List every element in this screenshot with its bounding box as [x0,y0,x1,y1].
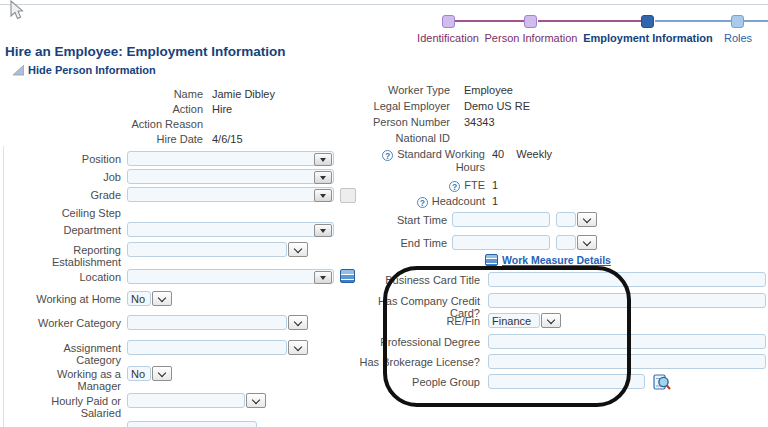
business-card-title-input[interactable] [488,272,766,287]
dropdown-arrow-button[interactable] [314,153,332,166]
job-combobox[interactable] [127,169,334,184]
disclosure-triangle-icon [13,65,24,76]
dropdown-arrow-button[interactable] [314,189,332,202]
work-measure-details-link[interactable]: Work Measure Details [502,253,611,266]
start-time-input[interactable] [452,212,550,227]
working-at-home-select[interactable]: No [127,291,172,306]
assignment-category-select[interactable] [127,340,308,355]
train-connector [538,20,641,22]
re-fin-label: RE/Fin [345,313,480,327]
location-label: Location [21,269,121,283]
toggle-label: Hide Person Information [28,64,156,76]
select-chevron-button[interactable] [288,315,308,330]
select-value[interactable] [127,340,287,355]
help-icon[interactable]: ? [417,197,428,208]
person-number-label: Person Number [350,114,450,128]
hide-person-information-toggle[interactable]: Hide Person Information [13,64,156,76]
select-value[interactable]: No [127,291,151,306]
worker-type-label: Worker Type [350,82,450,96]
select-chevron-button[interactable] [288,340,308,355]
select-chevron-button[interactable] [541,313,561,328]
select-chevron-button[interactable] [152,291,172,306]
department-label: Department [21,222,121,236]
train-step-identification[interactable] [442,15,455,28]
select-chevron-button[interactable] [246,393,266,408]
grade-ladder-button-disabled [340,188,356,203]
train-connector [455,20,524,22]
train-connector [744,20,768,22]
help-icon[interactable]: ? [449,181,460,192]
reporting-establishment-select[interactable] [127,242,308,257]
select-value[interactable] [556,212,576,227]
re-fin-select[interactable]: Finance [488,313,561,328]
chevron-down-icon [294,317,302,325]
hire-employee-page: Identification Person Information Employ… [0,0,768,427]
chevron-down-icon [252,395,260,403]
standard-working-hours-value: 40 [492,146,504,160]
end-time-input[interactable] [452,235,550,250]
select-value[interactable] [127,393,245,408]
grade-combobox[interactable] [127,187,334,202]
working-as-manager-select[interactable]: No [127,366,172,381]
standard-working-hours-unit: Weekly [516,146,552,160]
job-label: Job [21,169,121,183]
people-group-search-icon[interactable] [653,374,672,392]
select-chevron-button[interactable] [577,212,597,227]
select-chevron-button[interactable] [152,366,172,381]
train-label-roles[interactable]: Roles [724,32,752,44]
top-divider [0,4,768,5]
end-time-meridiem-select[interactable] [556,235,597,250]
ceiling-step-label: Ceiling Step [21,205,121,219]
dropdown-arrow-button[interactable] [314,271,332,284]
professional-degree-input[interactable] [488,334,766,349]
end-time-label: End Time [352,235,447,249]
select-chevron-button[interactable] [577,235,597,250]
chevron-down-icon [158,368,166,376]
select-value[interactable] [127,315,287,330]
chevron-down-icon [547,315,555,323]
position-label: Position [21,151,121,165]
has-brokerage-license-input[interactable] [488,354,766,369]
grade-label: Grade [21,187,121,201]
location-combobox[interactable] [127,269,334,284]
select-value[interactable]: Finance [488,313,540,328]
train-step-person-information[interactable] [524,15,537,28]
people-group-input[interactable] [488,374,645,389]
hourly-paid-select[interactable] [127,393,266,408]
has-company-credit-card-input[interactable] [488,293,766,308]
chevron-down-icon [158,293,166,301]
fte-value: 1 [492,177,498,191]
dropdown-arrow-button[interactable] [314,171,332,184]
arrow-down-icon [320,158,326,162]
clipped-field[interactable] [127,421,257,427]
select-chevron-button[interactable] [288,242,308,257]
worker-category-select[interactable] [127,315,308,330]
department-combobox[interactable] [127,222,334,237]
chevron-down-icon [294,244,302,252]
page-title: Hire an Employee: Employment Information [5,44,286,59]
train-label-person-information[interactable]: Person Information [485,32,578,44]
headcount-value: 1 [492,193,498,207]
professional-degree-label: Professional Degree [345,334,480,348]
select-value[interactable] [556,235,576,250]
train-step-roles[interactable] [731,15,744,28]
national-id-label: National ID [350,130,450,144]
hire-date-label: Hire Date [103,131,203,145]
select-value[interactable]: No [127,366,151,381]
mouse-cursor-icon [6,0,26,22]
legal-employer-label: Legal Employer [350,98,450,112]
action-label: Action [103,101,203,115]
help-icon[interactable]: ? [382,150,393,161]
panel-divider [3,146,4,427]
working-at-home-label: Working at Home [21,291,121,305]
reporting-establishment-label: Reporting Establishment [21,242,121,268]
train-label-identification[interactable]: Identification [417,32,479,44]
train-step-employment-information[interactable] [641,15,654,28]
position-combobox[interactable] [127,151,334,166]
arrow-down-icon [320,276,326,280]
work-measure-details-icon[interactable] [485,254,498,266]
dropdown-arrow-button[interactable] [314,224,332,237]
fte-label: ?FTE [373,177,485,192]
select-value[interactable] [127,242,287,257]
start-time-meridiem-select[interactable] [556,212,597,227]
